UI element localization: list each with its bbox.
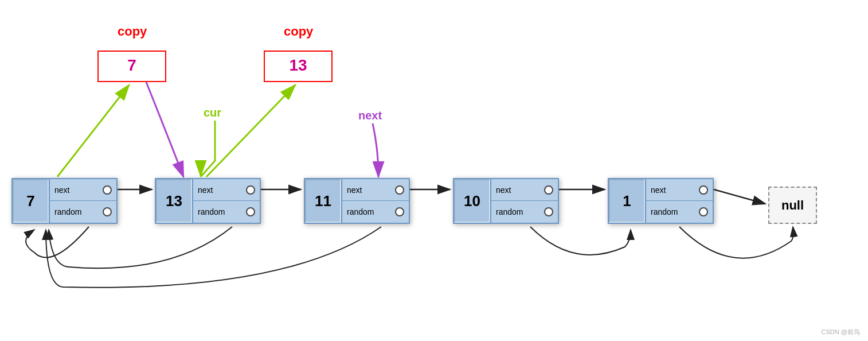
node-4-random-circle	[544, 207, 553, 216]
random-arrow-2	[49, 227, 232, 268]
random-arrow-1	[26, 227, 89, 258]
node-5-pointers: next random	[645, 178, 714, 224]
node-4-next-row: next	[491, 179, 558, 201]
node-2-random-row: random	[193, 201, 260, 223]
cur-label: cur	[204, 106, 221, 119]
node-2-next-row: next	[193, 179, 260, 201]
copy-arrow-1	[57, 85, 129, 177]
node-1-value: 7	[11, 178, 49, 224]
node-4: 10 next random	[453, 178, 559, 224]
node-2-next-circle	[246, 185, 255, 195]
node-3-next-row: next	[342, 179, 409, 201]
next-purple-arrow	[373, 123, 378, 177]
node-3-value: 11	[304, 178, 341, 224]
node-1-next-circle	[103, 185, 112, 195]
copy-box-1: 7	[97, 51, 166, 82]
node-3-next-circle	[395, 185, 404, 195]
node-3-random-circle	[395, 207, 404, 216]
node-4-value: 10	[453, 178, 490, 224]
node-3: 11 next random	[304, 178, 410, 224]
node-3-random-row: random	[342, 201, 409, 223]
node-1-random-circle	[103, 207, 112, 216]
node-5-value: 1	[608, 178, 645, 224]
node-5-random-row: random	[646, 201, 713, 223]
node-2-random-circle	[246, 207, 255, 216]
node-1-random-row: random	[50, 201, 116, 223]
next-label: next	[358, 109, 382, 122]
node-1: 7 next random	[11, 178, 118, 224]
copy-box-2: 13	[264, 51, 333, 82]
copy-label-2: copy	[284, 24, 313, 39]
node-5-random-circle	[699, 207, 708, 216]
next-arrow-5-null	[714, 189, 765, 204]
node-4-random-row: random	[491, 201, 558, 223]
watermark: CSDN @前鸟	[822, 328, 860, 336]
node-1-next-row: next	[50, 179, 116, 201]
random-arrow-5	[679, 227, 793, 258]
node-2-pointers: next random	[192, 178, 261, 224]
node-5: 1 next random	[608, 178, 714, 224]
null-box: null	[768, 187, 817, 224]
node-5-next-circle	[699, 185, 708, 195]
random-arrow-3	[46, 227, 381, 288]
node-2: 13 next random	[155, 178, 261, 224]
node-2-value: 13	[155, 178, 192, 224]
node-3-pointers: next random	[341, 178, 410, 224]
node-4-pointers: next random	[490, 178, 559, 224]
node-5-next-row: next	[646, 179, 713, 201]
node-1-pointers: next random	[49, 178, 118, 224]
copy-label-1: copy	[118, 24, 147, 39]
purple-arrow-1	[146, 82, 183, 177]
copy-arrow-2	[206, 85, 295, 177]
random-arrow-4	[530, 227, 631, 255]
node-4-next-circle	[544, 185, 553, 195]
cur-arrow-line	[201, 121, 215, 177]
diagram-container: copy copy 7 13 cur next 7 next random 13…	[0, 0, 868, 341]
